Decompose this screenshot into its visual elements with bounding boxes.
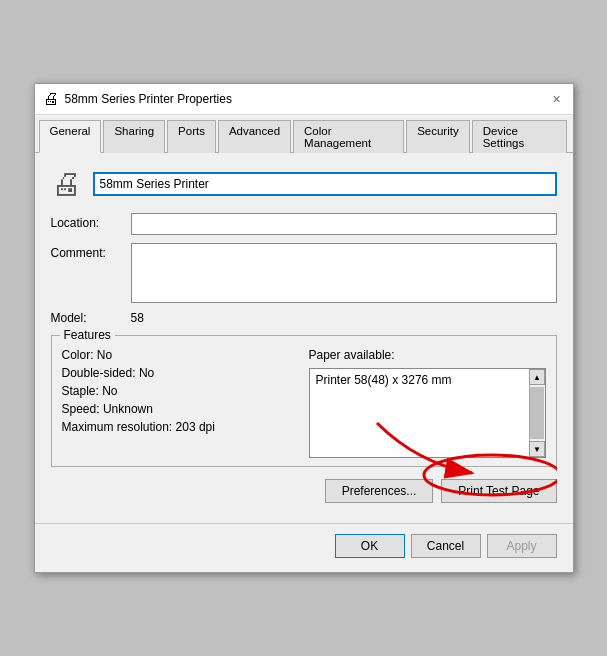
comment-row: Comment:: [51, 243, 557, 303]
feature-color-label: Color:: [62, 348, 94, 362]
printer-large-icon: 🖨: [51, 167, 81, 201]
feature-staple-value: No: [102, 384, 117, 398]
comment-label: Comment:: [51, 243, 131, 260]
features-content: Color: No Double-sided: No Staple: No Sp…: [62, 348, 546, 458]
feature-staple: Staple: No: [62, 384, 299, 398]
model-value: 58: [131, 311, 144, 325]
paper-list-item: Printer 58(48) x 3276 mm: [316, 373, 539, 387]
feature-speed: Speed: Unknown: [62, 402, 299, 416]
feature-color: Color: No: [62, 348, 299, 362]
cancel-button[interactable]: Cancel: [411, 534, 481, 558]
model-row: Model: 58: [51, 311, 557, 325]
location-input[interactable]: [131, 213, 557, 235]
feature-double-sided: Double-sided: No: [62, 366, 299, 380]
feature-speed-value: Unknown: [103, 402, 153, 416]
tab-ports[interactable]: Ports: [167, 120, 216, 153]
paper-scrollbar[interactable]: ▲ ▼: [529, 369, 545, 457]
features-legend: Features: [60, 328, 115, 342]
tab-device-settings[interactable]: Device Settings: [472, 120, 567, 153]
printer-name-row: 🖨: [51, 167, 557, 201]
feature-staple-label: Staple:: [62, 384, 99, 398]
tab-bar: General Sharing Ports Advanced Color Man…: [35, 115, 573, 153]
title-bar-left: 🖨 58mm Series Printer Properties: [43, 90, 232, 108]
tab-advanced[interactable]: Advanced: [218, 120, 291, 153]
action-buttons-wrapper: Preferences... Print Test Page: [51, 479, 557, 503]
ok-button[interactable]: OK: [335, 534, 405, 558]
features-right: Paper available: Printer 58(48) x 3276 m…: [309, 348, 546, 458]
printer-icon: 🖨: [43, 90, 59, 108]
window-title: 58mm Series Printer Properties: [65, 92, 232, 106]
tab-sharing[interactable]: Sharing: [103, 120, 165, 153]
preferences-button[interactable]: Preferences...: [325, 479, 434, 503]
feature-resolution-label: Maximum resolution:: [62, 420, 173, 434]
model-label: Model:: [51, 311, 131, 325]
paper-available-label: Paper available:: [309, 348, 546, 362]
paper-list: Printer 58(48) x 3276 mm: [310, 369, 545, 457]
tab-content-general: 🖨 Location: Comment: Model: 58 Features …: [35, 153, 573, 523]
features-box: Features Color: No Double-sided: No Stap…: [51, 335, 557, 467]
scroll-down-arrow[interactable]: ▼: [529, 441, 545, 457]
feature-speed-label: Speed:: [62, 402, 100, 416]
printer-properties-window: 🖨 58mm Series Printer Properties × Gener…: [34, 83, 574, 573]
feature-resolution: Maximum resolution: 203 dpi: [62, 420, 299, 434]
tab-security[interactable]: Security: [406, 120, 470, 153]
close-button[interactable]: ×: [549, 91, 565, 107]
tab-color-management[interactable]: Color Management: [293, 120, 404, 153]
features-left: Color: No Double-sided: No Staple: No Sp…: [62, 348, 299, 458]
location-row: Location:: [51, 213, 557, 235]
location-label: Location:: [51, 213, 131, 230]
feature-double-sided-label: Double-sided:: [62, 366, 136, 380]
feature-color-value: No: [97, 348, 112, 362]
bottom-buttons: OK Cancel Apply: [35, 523, 573, 572]
printer-name-input[interactable]: [93, 172, 557, 196]
print-test-page-button[interactable]: Print Test Page: [441, 479, 556, 503]
tab-general[interactable]: General: [39, 120, 102, 153]
scroll-thumb[interactable]: [530, 387, 544, 439]
action-buttons-row: Preferences... Print Test Page: [51, 479, 557, 503]
scroll-up-arrow[interactable]: ▲: [529, 369, 545, 385]
title-bar: 🖨 58mm Series Printer Properties ×: [35, 84, 573, 115]
comment-input[interactable]: [131, 243, 557, 303]
apply-button[interactable]: Apply: [487, 534, 557, 558]
paper-list-wrapper: Printer 58(48) x 3276 mm ▲ ▼: [309, 368, 546, 458]
feature-resolution-value: 203 dpi: [176, 420, 215, 434]
feature-double-sided-value: No: [139, 366, 154, 380]
